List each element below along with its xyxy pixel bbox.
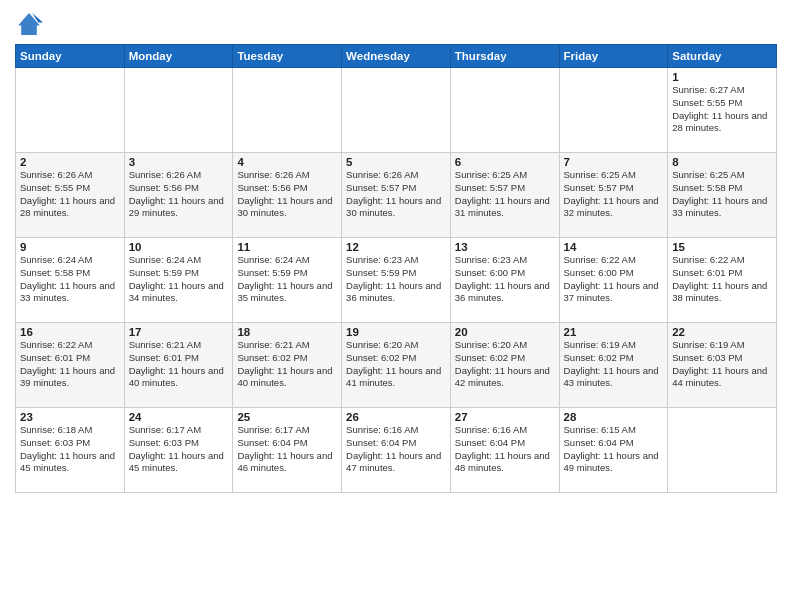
calendar-cell: 3Sunrise: 6:26 AM Sunset: 5:56 PM Daylig… xyxy=(124,153,233,238)
weekday-header-sunday: Sunday xyxy=(16,45,125,68)
calendar-week-2: 2Sunrise: 6:26 AM Sunset: 5:55 PM Daylig… xyxy=(16,153,777,238)
day-info: Sunrise: 6:20 AM Sunset: 6:02 PM Dayligh… xyxy=(455,339,555,390)
day-number: 16 xyxy=(20,326,120,338)
day-info: Sunrise: 6:26 AM Sunset: 5:56 PM Dayligh… xyxy=(237,169,337,220)
day-info: Sunrise: 6:25 AM Sunset: 5:57 PM Dayligh… xyxy=(564,169,664,220)
day-info: Sunrise: 6:26 AM Sunset: 5:57 PM Dayligh… xyxy=(346,169,446,220)
calendar-cell xyxy=(124,68,233,153)
day-info: Sunrise: 6:18 AM Sunset: 6:03 PM Dayligh… xyxy=(20,424,120,475)
day-number: 15 xyxy=(672,241,772,253)
day-number: 3 xyxy=(129,156,229,168)
day-number: 18 xyxy=(237,326,337,338)
page: SundayMondayTuesdayWednesdayThursdayFrid… xyxy=(0,0,792,503)
calendar-cell: 6Sunrise: 6:25 AM Sunset: 5:57 PM Daylig… xyxy=(450,153,559,238)
day-number: 5 xyxy=(346,156,446,168)
day-number: 28 xyxy=(564,411,664,423)
day-info: Sunrise: 6:26 AM Sunset: 5:55 PM Dayligh… xyxy=(20,169,120,220)
day-info: Sunrise: 6:19 AM Sunset: 6:02 PM Dayligh… xyxy=(564,339,664,390)
weekday-header-thursday: Thursday xyxy=(450,45,559,68)
day-number: 14 xyxy=(564,241,664,253)
calendar-cell: 15Sunrise: 6:22 AM Sunset: 6:01 PM Dayli… xyxy=(668,238,777,323)
calendar-cell xyxy=(559,68,668,153)
calendar-week-3: 9Sunrise: 6:24 AM Sunset: 5:58 PM Daylig… xyxy=(16,238,777,323)
day-number: 21 xyxy=(564,326,664,338)
day-number: 22 xyxy=(672,326,772,338)
calendar-cell xyxy=(668,408,777,493)
day-number: 19 xyxy=(346,326,446,338)
calendar-cell: 23Sunrise: 6:18 AM Sunset: 6:03 PM Dayli… xyxy=(16,408,125,493)
calendar-cell: 20Sunrise: 6:20 AM Sunset: 6:02 PM Dayli… xyxy=(450,323,559,408)
calendar-cell: 13Sunrise: 6:23 AM Sunset: 6:00 PM Dayli… xyxy=(450,238,559,323)
day-number: 27 xyxy=(455,411,555,423)
day-info: Sunrise: 6:17 AM Sunset: 6:03 PM Dayligh… xyxy=(129,424,229,475)
logo-icon xyxy=(15,10,43,38)
calendar-cell: 9Sunrise: 6:24 AM Sunset: 5:58 PM Daylig… xyxy=(16,238,125,323)
weekday-header-monday: Monday xyxy=(124,45,233,68)
calendar-cell xyxy=(233,68,342,153)
calendar-cell: 28Sunrise: 6:15 AM Sunset: 6:04 PM Dayli… xyxy=(559,408,668,493)
calendar-table: SundayMondayTuesdayWednesdayThursdayFrid… xyxy=(15,44,777,493)
day-info: Sunrise: 6:21 AM Sunset: 6:01 PM Dayligh… xyxy=(129,339,229,390)
day-number: 9 xyxy=(20,241,120,253)
day-number: 26 xyxy=(346,411,446,423)
day-number: 24 xyxy=(129,411,229,423)
calendar-cell xyxy=(16,68,125,153)
day-number: 11 xyxy=(237,241,337,253)
day-info: Sunrise: 6:22 AM Sunset: 6:00 PM Dayligh… xyxy=(564,254,664,305)
calendar-cell: 16Sunrise: 6:22 AM Sunset: 6:01 PM Dayli… xyxy=(16,323,125,408)
day-info: Sunrise: 6:22 AM Sunset: 6:01 PM Dayligh… xyxy=(672,254,772,305)
weekday-header-saturday: Saturday xyxy=(668,45,777,68)
calendar-cell: 1Sunrise: 6:27 AM Sunset: 5:55 PM Daylig… xyxy=(668,68,777,153)
day-number: 13 xyxy=(455,241,555,253)
day-number: 25 xyxy=(237,411,337,423)
day-info: Sunrise: 6:23 AM Sunset: 5:59 PM Dayligh… xyxy=(346,254,446,305)
calendar-cell: 4Sunrise: 6:26 AM Sunset: 5:56 PM Daylig… xyxy=(233,153,342,238)
calendar-cell: 5Sunrise: 6:26 AM Sunset: 5:57 PM Daylig… xyxy=(342,153,451,238)
day-info: Sunrise: 6:16 AM Sunset: 6:04 PM Dayligh… xyxy=(455,424,555,475)
day-info: Sunrise: 6:21 AM Sunset: 6:02 PM Dayligh… xyxy=(237,339,337,390)
calendar-cell: 21Sunrise: 6:19 AM Sunset: 6:02 PM Dayli… xyxy=(559,323,668,408)
day-number: 20 xyxy=(455,326,555,338)
day-info: Sunrise: 6:25 AM Sunset: 5:58 PM Dayligh… xyxy=(672,169,772,220)
day-number: 1 xyxy=(672,71,772,83)
calendar-cell: 24Sunrise: 6:17 AM Sunset: 6:03 PM Dayli… xyxy=(124,408,233,493)
calendar-header-row: SundayMondayTuesdayWednesdayThursdayFrid… xyxy=(16,45,777,68)
day-number: 7 xyxy=(564,156,664,168)
calendar-cell: 12Sunrise: 6:23 AM Sunset: 5:59 PM Dayli… xyxy=(342,238,451,323)
calendar-cell: 10Sunrise: 6:24 AM Sunset: 5:59 PM Dayli… xyxy=(124,238,233,323)
calendar-cell xyxy=(342,68,451,153)
day-number: 23 xyxy=(20,411,120,423)
day-info: Sunrise: 6:24 AM Sunset: 5:59 PM Dayligh… xyxy=(129,254,229,305)
day-number: 2 xyxy=(20,156,120,168)
day-info: Sunrise: 6:26 AM Sunset: 5:56 PM Dayligh… xyxy=(129,169,229,220)
logo xyxy=(15,10,47,38)
weekday-header-tuesday: Tuesday xyxy=(233,45,342,68)
day-info: Sunrise: 6:20 AM Sunset: 6:02 PM Dayligh… xyxy=(346,339,446,390)
calendar-cell: 2Sunrise: 6:26 AM Sunset: 5:55 PM Daylig… xyxy=(16,153,125,238)
calendar-cell: 25Sunrise: 6:17 AM Sunset: 6:04 PM Dayli… xyxy=(233,408,342,493)
day-info: Sunrise: 6:24 AM Sunset: 5:59 PM Dayligh… xyxy=(237,254,337,305)
calendar-cell: 8Sunrise: 6:25 AM Sunset: 5:58 PM Daylig… xyxy=(668,153,777,238)
day-info: Sunrise: 6:27 AM Sunset: 5:55 PM Dayligh… xyxy=(672,84,772,135)
day-number: 10 xyxy=(129,241,229,253)
day-number: 6 xyxy=(455,156,555,168)
day-info: Sunrise: 6:16 AM Sunset: 6:04 PM Dayligh… xyxy=(346,424,446,475)
day-number: 17 xyxy=(129,326,229,338)
day-number: 4 xyxy=(237,156,337,168)
calendar-cell: 7Sunrise: 6:25 AM Sunset: 5:57 PM Daylig… xyxy=(559,153,668,238)
calendar-cell: 27Sunrise: 6:16 AM Sunset: 6:04 PM Dayli… xyxy=(450,408,559,493)
calendar-cell: 22Sunrise: 6:19 AM Sunset: 6:03 PM Dayli… xyxy=(668,323,777,408)
day-info: Sunrise: 6:17 AM Sunset: 6:04 PM Dayligh… xyxy=(237,424,337,475)
calendar-cell: 17Sunrise: 6:21 AM Sunset: 6:01 PM Dayli… xyxy=(124,323,233,408)
day-info: Sunrise: 6:22 AM Sunset: 6:01 PM Dayligh… xyxy=(20,339,120,390)
header xyxy=(15,10,777,38)
calendar-cell: 26Sunrise: 6:16 AM Sunset: 6:04 PM Dayli… xyxy=(342,408,451,493)
day-info: Sunrise: 6:15 AM Sunset: 6:04 PM Dayligh… xyxy=(564,424,664,475)
day-info: Sunrise: 6:19 AM Sunset: 6:03 PM Dayligh… xyxy=(672,339,772,390)
svg-marker-0 xyxy=(18,13,40,35)
day-info: Sunrise: 6:23 AM Sunset: 6:00 PM Dayligh… xyxy=(455,254,555,305)
weekday-header-friday: Friday xyxy=(559,45,668,68)
weekday-header-wednesday: Wednesday xyxy=(342,45,451,68)
calendar-week-4: 16Sunrise: 6:22 AM Sunset: 6:01 PM Dayli… xyxy=(16,323,777,408)
calendar-week-1: 1Sunrise: 6:27 AM Sunset: 5:55 PM Daylig… xyxy=(16,68,777,153)
